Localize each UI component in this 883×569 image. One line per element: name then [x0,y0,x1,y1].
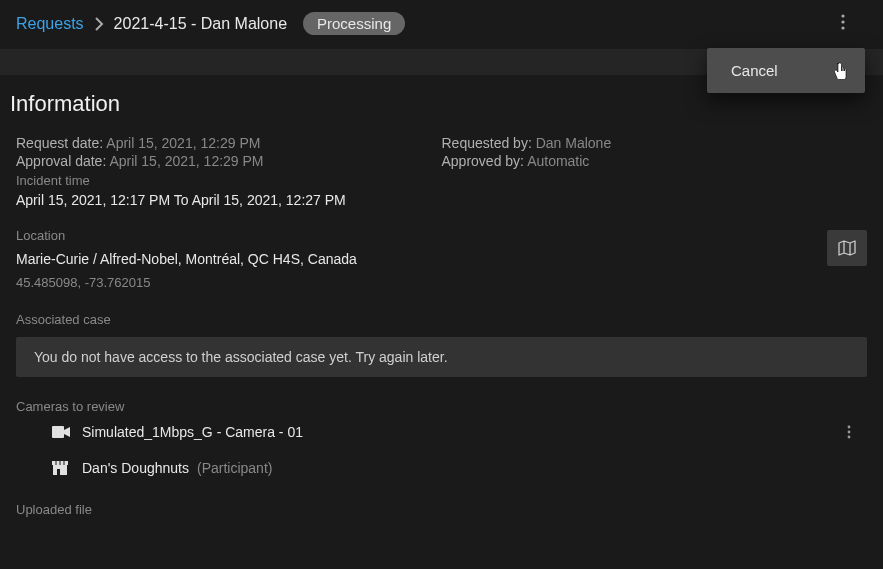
requested-by-label: Requested by: [442,135,532,151]
location-coords: 45.485098, -73.762015 [16,275,867,290]
svg-point-6 [848,436,851,439]
location-section: Location Marie-Curie / Alfred-Nobel, Mon… [0,208,883,290]
breadcrumb: Requests 2021-4-15 - Dan Malone Processi… [16,12,405,35]
location-address: Marie-Curie / Alfred-Nobel, Montréal, QC… [16,251,867,267]
svg-point-0 [841,14,844,17]
associated-case-message: You do not have access to the associated… [16,337,867,377]
page-actions-kebab[interactable] [841,14,865,30]
associated-case-section: Associated case You do not have access t… [0,290,883,377]
store-icon [52,461,70,475]
camera-row[interactable]: Dan's Doughnuts (Participant) [16,450,867,486]
status-badge: Processing [303,12,405,35]
associated-case-label: Associated case [16,312,867,327]
cancel-label: Cancel [731,62,778,79]
camera-name: Dan's Doughnuts [82,460,189,476]
actions-popup: Cancel [707,48,865,93]
approval-date-value: April 15, 2021, 12:29 PM [109,153,263,169]
camera-participant-tag: (Participant) [197,460,272,476]
open-map-button[interactable] [827,230,867,266]
cameras-label: Cameras to review [16,399,867,414]
cursor-pointer-icon [833,62,849,80]
requested-by-value: Dan Malone [536,135,612,151]
chevron-right-icon [94,17,104,31]
svg-point-5 [848,431,851,434]
camera-icon [52,425,70,439]
request-date-label: Request date: [16,135,103,151]
uploaded-file-label: Uploaded file [16,502,867,517]
camera-name: Simulated_1Mbps_G - Camera - 01 [82,424,303,440]
request-date-value: April 15, 2021, 12:29 PM [106,135,260,151]
svg-rect-8 [57,469,60,475]
approved-by-value: Automatic [527,153,589,169]
breadcrumb-root-link[interactable]: Requests [16,15,84,33]
cancel-menu-item[interactable]: Cancel [707,48,865,93]
info-grid: Request date: April 15, 2021, 12:29 PM A… [0,135,883,208]
page-header: Requests 2021-4-15 - Dan Malone Processi… [0,0,883,47]
svg-point-4 [848,426,851,429]
svg-point-1 [841,20,844,23]
map-icon [838,240,856,256]
svg-rect-3 [52,426,64,438]
camera-row-kebab[interactable] [847,425,851,439]
approved-by-label: Approved by: [442,153,525,169]
approval-date-label: Approval date: [16,153,106,169]
uploaded-file-section: Uploaded file [0,486,883,517]
location-label: Location [16,228,867,243]
breadcrumb-current: 2021-4-15 - Dan Malone [114,15,287,33]
incident-time-label: Incident time [16,173,442,188]
cameras-section: Cameras to review Simulated_1Mbps_G - Ca… [0,377,883,486]
svg-point-2 [841,26,844,29]
camera-row[interactable]: Simulated_1Mbps_G - Camera - 01 [16,414,867,450]
incident-time-value: April 15, 2021, 12:17 PM To April 15, 20… [16,192,442,208]
